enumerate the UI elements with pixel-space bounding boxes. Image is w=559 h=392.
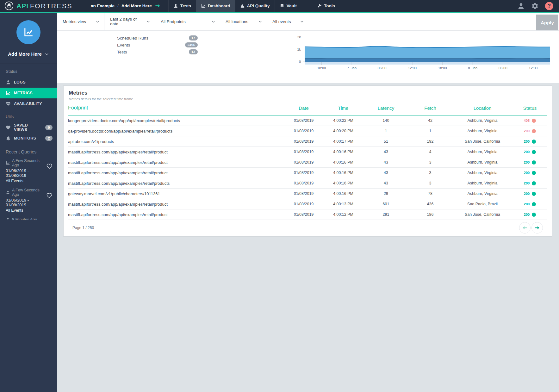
- sidebar-item-label: AVAILABILITY: [14, 102, 42, 106]
- cell-date: 01/08/2019: [285, 191, 323, 196]
- recent-query-scope: All Events: [6, 179, 46, 183]
- breadcrumb-project[interactable]: an Example: [91, 3, 115, 8]
- recent-query-item[interactable]: A Few Seconds Ago01/06/2019 - 01/08/2019…: [6, 188, 53, 213]
- monitors-icon: [6, 136, 11, 141]
- recent-query-item[interactable]: 8 Minutes Ago01/06/2019 - 01/08/2019All …: [6, 217, 53, 220]
- column-header-status[interactable]: Status: [512, 105, 547, 111]
- cell-fetch: 42: [408, 118, 452, 123]
- table-row[interactable]: mastiff.apifortress.com/app/api/examples…: [68, 199, 547, 209]
- status-dot: [532, 213, 536, 217]
- cell-location: Sao Paolo, Brazil: [452, 202, 512, 206]
- column-header-latency[interactable]: Latency: [364, 105, 408, 111]
- project-avatar[interactable]: [16, 20, 40, 44]
- filter-dropdown-all-events[interactable]: All events: [267, 13, 308, 30]
- pagination-controls: [519, 222, 543, 233]
- table-row[interactable]: mastiff.apifortress.com/app/api/examples…: [68, 147, 547, 157]
- metrics-card: Metrics Metrics details for the selected…: [63, 85, 552, 237]
- column-header-location[interactable]: Location: [452, 105, 512, 111]
- filter-dropdown-all-endpoints[interactable]: All Endpoints: [155, 13, 220, 30]
- recent-query-scope: All Events: [6, 208, 46, 213]
- table-row[interactable]: mastiff.apifortress.com/app/api/examples…: [68, 168, 547, 178]
- favorite-heart-icon[interactable]: [46, 163, 53, 169]
- chevron-down-icon: [258, 20, 262, 24]
- recent-query-item[interactable]: A Few Seconds Ago01/06/2019 - 01/08/2019…: [6, 159, 53, 183]
- tab-api-quality[interactable]: API Quality: [235, 0, 275, 12]
- previous-page-button[interactable]: [519, 222, 531, 233]
- recent-queries-list: A Few Seconds Ago01/06/2019 - 01/08/2019…: [6, 159, 53, 220]
- metrics-table: FootprintDateTimeLatencyFetchLocationSta…: [64, 101, 552, 236]
- breadcrumb-page[interactable]: Add More Here: [121, 3, 152, 8]
- apply-button[interactable]: Apply: [536, 15, 558, 30]
- tab-label: Dashboard: [208, 3, 230, 8]
- sidebar-item-availability[interactable]: AVAILABILITY: [0, 98, 57, 109]
- column-header-time[interactable]: Time: [323, 105, 364, 111]
- column-header-footprint[interactable]: Footprint: [68, 105, 285, 111]
- stat-count-badge: 13: [189, 49, 198, 54]
- stat-scheduled-runs: Scheduled Runs17: [117, 34, 198, 41]
- filter-dropdown-all-locations[interactable]: All locations: [220, 13, 267, 30]
- user-account-icon[interactable]: [517, 2, 525, 10]
- stat-events: Events2496: [117, 41, 198, 48]
- recent-query-info: 8 Minutes Ago01/06/2019 - 01/08/2019All …: [6, 217, 46, 220]
- sidebar-item-saved-views[interactable]: SAVED VIEWS0: [0, 122, 57, 133]
- tab-tests[interactable]: Tests: [168, 0, 196, 12]
- sidebar-item-monitors[interactable]: MONITORS2: [0, 133, 57, 144]
- column-header-date[interactable]: Date: [285, 105, 323, 111]
- cell-latency: 43: [364, 160, 408, 165]
- help-button[interactable]: ?: [545, 2, 553, 10]
- dropdown-value: All locations: [226, 19, 248, 24]
- cell-date: 01/08/2019: [285, 171, 323, 175]
- dropdown-value: All events: [272, 19, 291, 24]
- table-row[interactable]: api.uber.com/v1/products01/08/20194:00:1…: [68, 136, 547, 147]
- status-dot: [532, 202, 536, 206]
- breadcrumb-arrow-icon[interactable]: [155, 3, 161, 9]
- table-row[interactable]: mastiff.apifortress.com/app/api/examples…: [68, 178, 547, 189]
- cell-latency: 601: [364, 202, 408, 206]
- filter-dropdown-metrics-view[interactable]: Metrics view: [57, 13, 104, 30]
- status-code: 200: [524, 129, 530, 133]
- stat-tests: Tests13: [117, 48, 198, 55]
- recent-query-info: A Few Seconds Ago01/06/2019 - 01/08/2019…: [6, 188, 46, 213]
- sidebar-item-logs[interactable]: LOGS: [0, 77, 57, 88]
- filter-dropdown-last-2-days-of-data[interactable]: Last 2 days of data: [104, 13, 155, 30]
- cell-location: Ashburn, Virginia: [452, 171, 512, 175]
- cell-time: 4:00:12 PM: [323, 212, 364, 217]
- cell-status: 200: [512, 160, 547, 165]
- project-switcher[interactable]: Add More Here: [0, 51, 57, 57]
- cell-footprint: mastiff.apifortress.com/app/api/examples…: [68, 160, 285, 165]
- metrics-table-body: kongeeproviders.doctor.com/app/api/examp…: [68, 115, 547, 220]
- settings-gear-icon[interactable]: [531, 2, 539, 10]
- cell-footprint: kongeeproviders.doctor.com/app/api/examp…: [68, 118, 285, 123]
- filter-bar: Metrics viewLast 2 days of dataAll Endpo…: [57, 13, 559, 31]
- cell-date: 01/08/2019: [285, 202, 323, 206]
- recent-query-info: A Few Seconds Ago01/06/2019 - 01/08/2019…: [6, 159, 46, 183]
- column-header-fetch[interactable]: Fetch: [408, 105, 452, 111]
- status-dot: [532, 160, 536, 165]
- table-row[interactable]: mastiff.apifortress.com/app/api/examples…: [68, 209, 547, 220]
- brand-logo[interactable]: API FORTRESS: [0, 0, 77, 12]
- tab-dashboard[interactable]: Dashboard: [196, 0, 235, 12]
- sidebar-item-metrics[interactable]: METRICS: [0, 88, 57, 98]
- metrics-card-area: Metrics Metrics details for the selected…: [57, 83, 559, 237]
- favorite-heart-icon[interactable]: [46, 192, 53, 199]
- stat-label[interactable]: Tests: [117, 50, 127, 54]
- apifortress-logo-icon: [4, 1, 14, 10]
- tab-tools[interactable]: Tools: [312, 0, 340, 12]
- topbar-actions: ?: [517, 0, 559, 12]
- table-row[interactable]: qa-providers.doctor.com/app/api/examples…: [68, 126, 547, 136]
- cell-date: 01/08/2019: [285, 181, 323, 185]
- status-dot: [532, 119, 536, 123]
- next-page-button[interactable]: [531, 222, 543, 233]
- table-row[interactable]: mastiff.apifortress.com/app/api/examples…: [68, 157, 547, 168]
- cell-location: Ashburn, Virginia: [452, 118, 512, 123]
- tab-vault[interactable]: Vault: [275, 0, 301, 12]
- cell-location: San Josè, California: [452, 212, 512, 217]
- svg-text:0: 0: [299, 60, 301, 64]
- table-row[interactable]: kongeeproviders.doctor.com/app/api/examp…: [68, 115, 547, 126]
- cell-status: 200: [512, 171, 547, 175]
- breadcrumb-separator: /: [117, 3, 119, 8]
- recent-query-ago: A Few Seconds Ago: [6, 159, 46, 167]
- status-code: 200: [524, 192, 530, 196]
- cell-time: 4:00:22 PM: [323, 118, 364, 123]
- table-row[interactable]: gateway.marvel.com/v1/public/characters/…: [68, 189, 547, 199]
